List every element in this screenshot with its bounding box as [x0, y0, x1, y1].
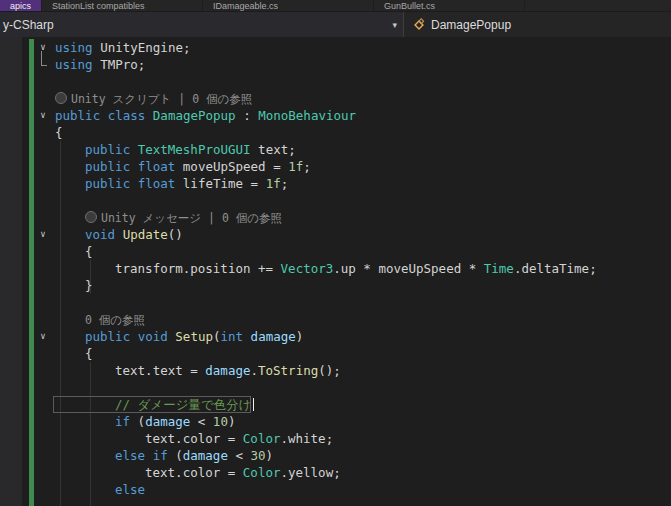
code-line[interactable]: using TMPro; [0, 56, 671, 73]
code-token: UnityEngine; [93, 40, 191, 55]
code-token: else if [115, 448, 168, 463]
code-token: ) [296, 329, 304, 344]
code-token: () [168, 227, 183, 242]
code-token: Time [484, 261, 514, 276]
code-line[interactable]: public TextMeshProUGUI text; [0, 141, 671, 158]
code-token: using [55, 40, 93, 55]
document-tab-label: apics [10, 1, 31, 11]
vs-editor-window: { "tab_strip": { "tabs": [ { "label": "a… [0, 0, 671, 506]
code-token: ToString [258, 363, 318, 378]
code-line[interactable]: public float moveUpSpeed = 1f; [0, 158, 671, 175]
code-line[interactable]: { [0, 243, 671, 260]
document-tab-label: GunBullet.cs [384, 1, 435, 11]
code-editor[interactable]: ∨using UnityEngine;using TMPro;Unity スクリ… [0, 37, 671, 506]
code-token: ) [228, 414, 236, 429]
code-token: damage [145, 414, 190, 429]
code-token: else [115, 482, 145, 497]
code-token: damage [251, 329, 296, 344]
code-token: text; [251, 142, 296, 157]
member-dropdown-label: DamagePopup [431, 18, 511, 32]
codelens-line[interactable]: Unity スクリプト | 0 個の参照 [0, 90, 671, 107]
code-token: 1f [266, 176, 281, 191]
code-line[interactable]: text.color = Color.yellow; [0, 464, 671, 481]
code-line[interactable]: public float lifeTime = 1f; [0, 175, 671, 192]
code-token [130, 142, 138, 157]
code-token: Update [123, 227, 168, 242]
code-token: .white; [280, 431, 333, 446]
member-dropdown[interactable]: DamagePopup [404, 12, 671, 37]
codelens-line[interactable]: 0 個の参照 [0, 311, 671, 328]
code-area[interactable]: ∨using UnityEngine;using TMPro;Unity スクリ… [0, 39, 671, 498]
code-token: damage [183, 448, 228, 463]
codelens-text[interactable]: Unity メッセージ | 0 個の参照 [101, 211, 282, 225]
code-token: < [228, 448, 251, 463]
code-token: Vector3 [281, 261, 334, 276]
code-line[interactable]: text.color = Color.white; [0, 430, 671, 447]
code-line[interactable]: transform.position += Vector3.up * moveU… [0, 260, 671, 277]
code-line[interactable]: ∨public class DamagePopup : MonoBehaviou… [0, 107, 671, 124]
document-tab[interactable]: apics [0, 0, 42, 11]
code-line[interactable]: } [0, 277, 671, 294]
code-line[interactable]: text.text = damage.ToString(); [0, 362, 671, 379]
code-token: { [55, 125, 63, 140]
code-token: Color [243, 465, 281, 480]
code-token: if [115, 414, 130, 429]
fold-chevron-icon[interactable]: ∨ [36, 40, 50, 55]
code-token: ( [213, 329, 221, 344]
code-line[interactable]: { [0, 124, 671, 141]
document-tab[interactable]: StationList compatibles [42, 0, 203, 11]
unity-icon [55, 92, 67, 104]
code-token: text.text = [115, 363, 205, 378]
code-token: void [85, 227, 115, 242]
fold-chevron-icon[interactable]: ∨ [36, 329, 50, 344]
codelens-text[interactable]: 0 個の参照 [85, 313, 145, 327]
code-token: TextMeshProUGUI [138, 142, 251, 157]
code-token: // ダメージ量で色分け [115, 397, 252, 412]
navigation-bar: y-CSharp ▾ DamagePopup [0, 12, 671, 38]
code-token: 10 [213, 414, 228, 429]
code-token [243, 329, 251, 344]
code-token: public [85, 142, 130, 157]
blank-line[interactable] [0, 73, 671, 90]
project-dropdown[interactable]: y-CSharp ▾ [0, 12, 404, 37]
code-token: .yellow; [280, 465, 340, 480]
document-tab-label: StationList compatibles [52, 1, 145, 11]
code-line[interactable]: ∨using UnityEngine; [0, 39, 671, 56]
code-token: public float [85, 159, 175, 174]
fold-chevron-icon[interactable]: ∨ [36, 108, 50, 123]
fold-chevron-icon[interactable]: ∨ [36, 227, 50, 242]
code-line[interactable]: if (damage < 10) [0, 413, 671, 430]
project-dropdown-label: y-CSharp [3, 18, 54, 32]
code-token: MonoBehaviour [258, 108, 356, 123]
code-line[interactable]: else if (damage < 30) [0, 447, 671, 464]
code-token: { [85, 244, 93, 259]
code-token: ( [168, 448, 183, 463]
code-token: text.color = [145, 431, 243, 446]
codelens-line[interactable]: Unity メッセージ | 0 個の参照 [0, 209, 671, 226]
document-tab[interactable]: IDamageable.cs [203, 0, 374, 11]
code-line[interactable]: // ダメージ量で色分け [0, 396, 671, 413]
code-token: } [85, 278, 93, 293]
code-line[interactable]: { [0, 345, 671, 362]
blank-line[interactable] [0, 294, 671, 311]
code-line[interactable]: ∨public void Setup(int damage) [0, 328, 671, 345]
text-caret [253, 398, 255, 411]
blank-line[interactable] [0, 192, 671, 209]
code-token: . [250, 363, 258, 378]
code-token: damage [205, 363, 250, 378]
code-line[interactable]: else [0, 481, 671, 498]
document-tab-label: IDamageable.cs [213, 1, 278, 11]
document-tab[interactable]: GunBullet.cs [374, 0, 525, 11]
code-token: DamagePopup [153, 108, 236, 123]
document-tab-strip: apics StationList compatibles IDamageabl… [0, 0, 671, 12]
code-line[interactable]: ∨void Update() [0, 226, 671, 243]
code-token: ; [303, 159, 311, 174]
code-token: transform.position += [115, 261, 281, 276]
class-icon [412, 18, 426, 32]
codelens-text[interactable]: Unity スクリプト | 0 個の参照 [71, 92, 252, 106]
code-token: moveUpSpeed = [175, 159, 288, 174]
code-token: Color [243, 431, 281, 446]
blank-line[interactable] [0, 379, 671, 396]
code-token [145, 108, 153, 123]
code-token: ; [281, 176, 289, 191]
